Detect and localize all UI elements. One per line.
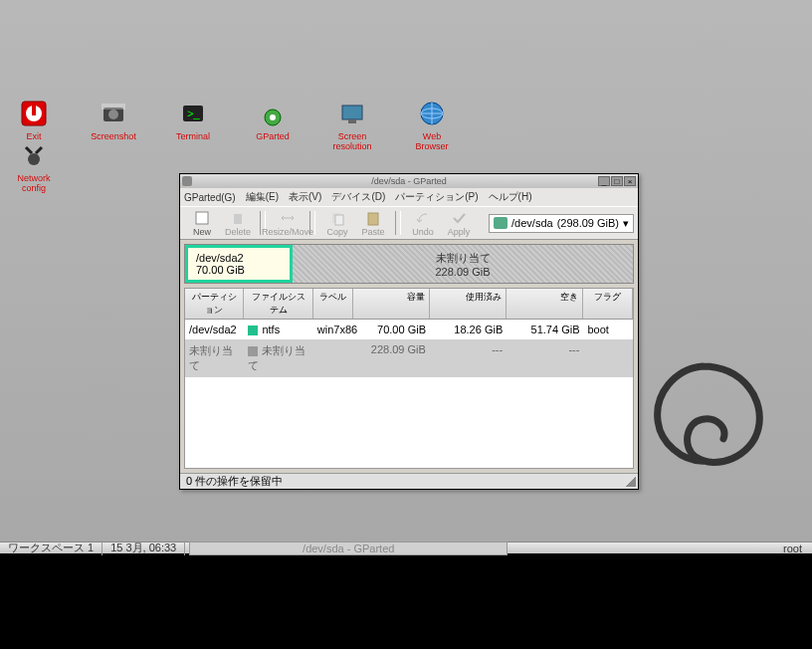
partition-block-sda2[interactable]: /dev/sda2 70.00 GiB (185, 245, 293, 283)
svg-rect-11 (348, 119, 356, 123)
svg-rect-18 (335, 215, 343, 225)
titlebar[interactable]: /dev/sda - GParted _ □ × (180, 174, 638, 188)
fs-color-icon (248, 346, 258, 356)
clock: 15 3月, 06:33 (102, 541, 185, 555)
menu-device[interactable]: デバイス(D) (331, 190, 385, 204)
maximize-button[interactable]: □ (611, 176, 623, 186)
svg-point-9 (270, 114, 276, 120)
gparted-window: /dev/sda - GParted _ □ × GParted(G) 編集(E… (179, 173, 639, 490)
user-label: root (773, 542, 812, 554)
delete-button[interactable]: Delete (220, 209, 256, 237)
svg-rect-15 (196, 212, 208, 224)
workspace-switcher[interactable]: ワークスペース 1 (0, 541, 102, 555)
menu-gparted[interactable]: GParted(G) (184, 192, 236, 203)
menu-partition[interactable]: パーティション(P) (395, 190, 478, 204)
partition-table: パーティション ファイルシステム ラベル 容量 使用済み 空き フラグ /dev… (184, 288, 634, 469)
menu-edit[interactable]: 編集(E) (246, 190, 279, 204)
partition-visual: /dev/sda2 70.00 GiB 未割り当て 228.09 GiB (184, 244, 634, 284)
menubar: GParted(G) 編集(E) 表示(V) デバイス(D) パーティション(P… (180, 188, 638, 206)
taskbar: ワークスペース 1 15 3月, 06:33 /dev/sda - GParte… (0, 541, 812, 553)
table-row[interactable]: 未割り当て 未割り当て 228.09 GiB --- --- (185, 339, 633, 377)
device-selector[interactable]: /dev/sda (298.09 GiB) ▾ (489, 214, 634, 233)
screen-resolution-icon[interactable]: Screen resolution (326, 98, 378, 151)
svg-rect-16 (234, 214, 242, 224)
table-header: パーティション ファイルシステム ラベル 容量 使用済み 空き フラグ (184, 288, 634, 320)
table-row[interactable]: /dev/sda2 ntfs win7x86 70.00 GiB 18.26 G… (185, 320, 633, 339)
web-browser-icon[interactable]: Web Browser (406, 98, 458, 151)
statusbar: 0 件の操作を保留中 (180, 473, 638, 489)
minimize-button[interactable]: _ (598, 176, 610, 186)
copy-button[interactable]: Copy (319, 209, 355, 237)
svg-rect-2 (32, 106, 36, 115)
svg-point-4 (108, 109, 118, 119)
disk-icon (494, 217, 508, 229)
debian-swirl-icon (633, 352, 772, 492)
svg-text:>_: >_ (187, 108, 200, 119)
network-config-icon[interactable]: Network config (8, 139, 60, 193)
apply-button[interactable]: Apply (441, 209, 477, 237)
svg-rect-5 (102, 104, 125, 109)
svg-rect-10 (342, 106, 362, 119)
terminal-icon[interactable]: >_Terminal (167, 98, 219, 151)
desktop: Exit Screenshot >_Terminal GParted Scree… (0, 0, 812, 551)
chevron-down-icon: ▾ (623, 217, 629, 230)
window-title: /dev/sda - GParted (371, 176, 447, 186)
menu-view[interactable]: 表示(V) (289, 190, 321, 204)
desktop-icons-row: Exit Screenshot >_Terminal GParted Scree… (8, 98, 458, 151)
device-label: /dev/sda (511, 217, 553, 229)
taskbar-task[interactable]: /dev/sda - GParted (189, 541, 508, 555)
undo-button[interactable]: Undo (405, 209, 441, 237)
device-size: (298.09 GiB) (557, 217, 619, 229)
toolbar: New Delete Resize/Move Copy Paste Undo A… (180, 206, 638, 240)
svg-point-14 (28, 153, 40, 165)
app-icon (182, 176, 192, 186)
close-button[interactable]: × (624, 176, 636, 186)
menu-help[interactable]: ヘルプ(H) (489, 190, 532, 204)
svg-rect-19 (368, 213, 378, 225)
fs-color-icon (248, 325, 258, 335)
resize-handle[interactable] (626, 477, 636, 487)
paste-button[interactable]: Paste (355, 209, 391, 237)
gparted-icon[interactable]: GParted (247, 98, 299, 151)
new-button[interactable]: New (184, 209, 220, 237)
partition-block-unallocated[interactable]: 未割り当て 228.09 GiB (293, 245, 633, 283)
screenshot-icon[interactable]: Screenshot (88, 98, 139, 151)
resize-button[interactable]: Resize/Move (270, 209, 305, 237)
